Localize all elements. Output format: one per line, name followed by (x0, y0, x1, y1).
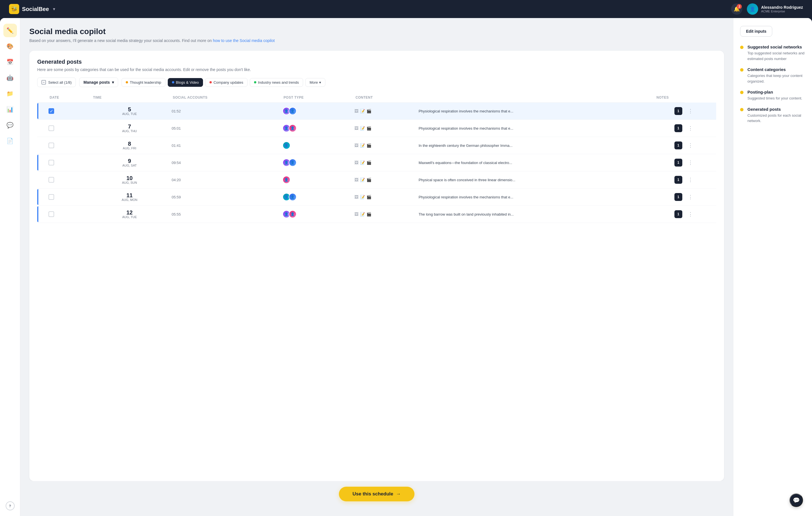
note-badge: 1 (674, 193, 682, 201)
checkbox-cell[interactable] (46, 206, 90, 223)
help-link[interactable]: how to use the Social media copilot (213, 38, 274, 43)
step-title: Posting-plan (748, 90, 802, 94)
more-actions-cell[interactable]: ⋮ (685, 206, 716, 223)
table-row[interactable]: 7 AUG, THU 05:01 👤👤 🖼 📝 🎬 Physiological … (37, 120, 716, 137)
row-accent-cell (37, 137, 46, 154)
more-actions-icon[interactable]: ⋮ (687, 107, 694, 115)
right-panel: Edit inputs Suggested social networks To… (733, 18, 812, 516)
more-actions-icon[interactable]: ⋮ (687, 210, 694, 218)
top-nav-right: 🔔 2 👤 Alessandro Rodriguez ACME Enterpri… (731, 3, 803, 14)
sidebar-item-design[interactable]: 🎨 (3, 39, 17, 53)
table-row[interactable]: 8 AUG, FRI 01:41 👤 🖼 📝 🎬 In the eighteen… (37, 137, 716, 154)
checkbox-cell[interactable]: ✓ (46, 102, 90, 120)
notification-button[interactable]: 🔔 2 (731, 3, 742, 14)
more-actions-cell[interactable]: ⋮ (685, 137, 716, 154)
video-icon: 🎬 (367, 195, 371, 199)
edit-inputs-button[interactable]: Edit inputs (740, 26, 772, 37)
col-posttype: Post type (280, 93, 352, 102)
logo[interactable]: 🐝 SocialBee ▾ (9, 4, 55, 14)
help-button[interactable]: ? (6, 502, 14, 510)
date-cell: 10 AUG, SUN (90, 171, 170, 188)
row-accent-cell (37, 188, 46, 206)
row-checkbox[interactable] (49, 160, 54, 165)
more-actions-cell[interactable]: ⋮ (685, 188, 716, 206)
use-schedule-button[interactable]: Use this schedule → (339, 487, 414, 502)
select-all-button[interactable]: Select all (1/8) (37, 78, 76, 87)
checkbox-cell[interactable] (46, 171, 90, 188)
sidebar-item-messages[interactable]: 💬 (3, 118, 17, 132)
date-label: AUG, MON (122, 198, 138, 202)
content-cell[interactable]: Physiological respiration involves the m… (416, 188, 672, 206)
dot-thought-leadership (126, 81, 128, 84)
avatar: 👤 (747, 3, 758, 14)
table-row[interactable]: 9 AUG, SAT 09:54 👤👤 🖼 📝 🎬 Maxwell's equa… (37, 154, 716, 171)
more-filters-button[interactable]: More ▾ (306, 78, 325, 87)
sidebar-item-analytics[interactable]: 📊 (3, 102, 17, 116)
row-checkbox[interactable] (49, 143, 54, 148)
sidebar-item-automation[interactable]: 🤖 (3, 71, 17, 85)
sidebar-item-calendar[interactable]: 📅 (3, 55, 17, 69)
page-title: Social media copilot (29, 27, 724, 36)
time-cell: 05:59 (170, 188, 280, 206)
image-icon: 🖼 (354, 126, 358, 130)
table-row[interactable]: 10 AUG, SUN 04:20 👤 🖼 📝 🎬 Physical space… (37, 171, 716, 188)
filter-thought-leadership[interactable]: Thought leadership (121, 78, 165, 87)
date-day: 5 (128, 107, 131, 112)
video-icon: 🎬 (367, 109, 371, 113)
more-actions-cell[interactable]: ⋮ (685, 102, 716, 120)
user-name: Alessandro Rodriguez (761, 5, 803, 9)
content-cell[interactable]: Physiological respiration involves the m… (416, 102, 672, 120)
social-avatar: 👤 (289, 159, 297, 166)
post-type-icons: 🖼 📝 🎬 (354, 109, 414, 113)
sidebar-item-copilot[interactable]: ✏️ (3, 24, 17, 37)
row-accent-cell (37, 120, 46, 137)
image-icon: 🖼 (354, 178, 358, 182)
table-row[interactable]: 12 AUG, TUE 05:55 👤👤 🖼 📝 🎬 The long barr… (37, 206, 716, 223)
content-preview: Physical space is often conceived in thr… (419, 178, 515, 182)
user-profile[interactable]: 👤 Alessandro Rodriguez ACME Enterprise (747, 3, 803, 14)
content-cell[interactable]: Physical space is often conceived in thr… (416, 171, 672, 188)
row-checkbox[interactable] (49, 211, 54, 217)
table-row[interactable]: 11 AUG, MON 05:59 👤👤 🖼 📝 🎬 Physiological… (37, 188, 716, 206)
social-avatar: 👤 (289, 124, 297, 132)
filter-blogs-video[interactable]: Blogs & Video (168, 78, 203, 87)
date-label: AUG, SAT (122, 164, 137, 167)
checkbox-cell[interactable] (46, 120, 90, 137)
checkbox-cell[interactable] (46, 137, 90, 154)
row-checkbox[interactable] (49, 125, 54, 131)
content-cell[interactable]: Physiological respiration involves the m… (416, 120, 672, 137)
row-checkbox[interactable] (49, 177, 54, 183)
row-checkbox[interactable]: ✓ (49, 108, 54, 114)
content-cell[interactable]: The long barrow was built on land previo… (416, 206, 672, 223)
more-actions-cell[interactable]: ⋮ (685, 171, 716, 188)
chat-bubble-button[interactable]: 💬 (789, 493, 803, 507)
checkbox-cell[interactable] (46, 154, 90, 171)
more-actions-cell[interactable]: ⋮ (685, 120, 716, 137)
more-actions-cell[interactable]: ⋮ (685, 154, 716, 171)
page-subtitle: Based on your answers, I'll generate a n… (29, 38, 724, 43)
row-checkbox[interactable] (49, 194, 54, 200)
table-header: Date Time Social accounts Post type Cont… (37, 93, 716, 102)
checkbox-cell[interactable] (46, 188, 90, 206)
social-accounts-cell: 👤👤 (280, 154, 352, 171)
post-type-icons: 🖼 📝 🎬 (354, 143, 414, 148)
notes-cell: 1 (672, 188, 685, 206)
more-actions-icon[interactable]: ⋮ (687, 159, 694, 166)
more-actions-icon[interactable]: ⋮ (687, 142, 694, 149)
content-cell[interactable]: In the eighteenth century the German phi… (416, 137, 672, 154)
filter-company-updates[interactable]: Company updates (205, 78, 248, 87)
more-actions-icon[interactable]: ⋮ (687, 193, 694, 201)
table-row[interactable]: ✓ 5 AUG, TUE 01:52 👤👤 🖼 📝 🎬 (37, 102, 716, 120)
manage-posts-button[interactable]: Manage posts ▾ (79, 78, 118, 87)
note-badge: 1 (674, 159, 682, 166)
sidebar-item-files[interactable]: 📁 (3, 87, 17, 100)
main-layout: ✏️ 🎨 📅 🤖 📁 📊 💬 📄 ? Social media copilot … (0, 18, 812, 516)
more-actions-icon[interactable]: ⋮ (687, 124, 694, 132)
date-label: AUG, FRI (123, 147, 137, 150)
sidebar-item-docs[interactable]: 📄 (3, 134, 17, 148)
row-accent-cell (37, 102, 46, 120)
filter-industry-news[interactable]: Industry news and trends (250, 78, 303, 87)
more-actions-icon[interactable]: ⋮ (687, 176, 694, 184)
content-cell[interactable]: Maxwell's equations—the foundation of cl… (416, 154, 672, 171)
notes-cell: 1 (672, 120, 685, 137)
